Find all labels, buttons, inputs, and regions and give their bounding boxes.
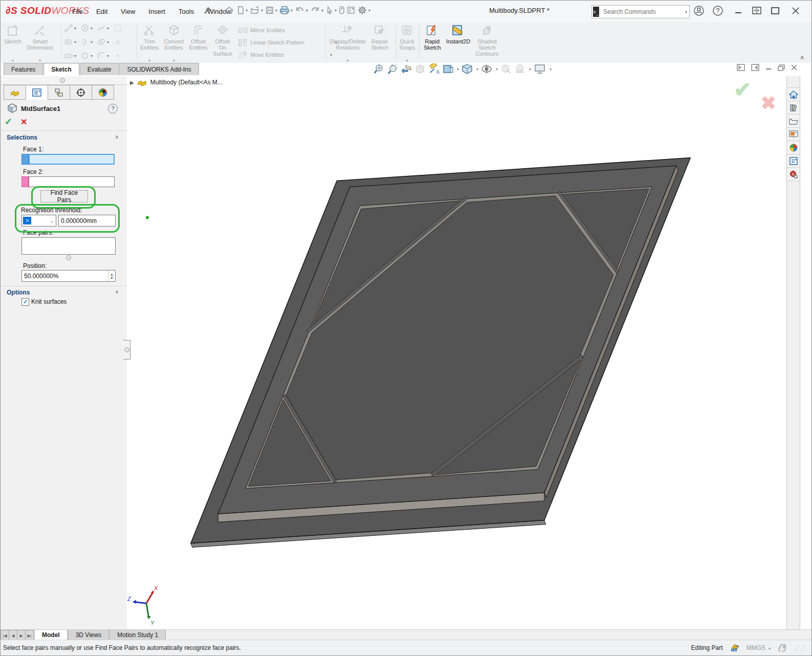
units-caret-icon[interactable]: ▴	[769, 646, 771, 650]
text-tool-icon[interactable]: A	[113, 37, 122, 47]
ok-button[interactable]: ✓	[5, 116, 12, 127]
circle-tool-icon[interactable]	[80, 24, 90, 33]
search-commands-box[interactable]: >_ ▾	[591, 5, 690, 18]
offset-on-surface-button[interactable]: Offset On Surface	[211, 22, 234, 64]
ribbon-collapse-chevron[interactable]: ∧	[800, 54, 804, 61]
doc-close-icon[interactable]	[791, 64, 797, 71]
confirmation-corner-cancel-icon[interactable]: ✖	[761, 93, 776, 114]
view-orientation-cube-icon[interactable]	[462, 63, 473, 75]
fillet-tool-icon[interactable]	[97, 51, 106, 60]
find-face-pairs-button[interactable]: Find Face Pairs	[40, 190, 88, 202]
edit-scene-icon[interactable]	[514, 63, 525, 75]
threshold-value-field[interactable]: ▲▼	[58, 215, 116, 227]
ellipse-tool-icon[interactable]	[97, 37, 106, 47]
selections-group-header[interactable]: Selections	[7, 134, 37, 141]
tab-3d-views[interactable]: 3D Views	[68, 630, 109, 640]
account-button[interactable]	[691, 4, 707, 18]
section-view-icon[interactable]	[442, 63, 453, 75]
confirmation-corner-ok-icon[interactable]: ✔	[734, 77, 752, 102]
move-entities-button[interactable]: Move Entities▾	[238, 49, 337, 60]
options-group-header[interactable]: Options	[7, 289, 30, 296]
tab-motion-study-1[interactable]: Motion Study 1	[109, 630, 166, 640]
pane-right-icon[interactable]	[751, 64, 759, 71]
doc-restore-icon[interactable]	[778, 64, 785, 71]
hide-show-items-icon[interactable]	[500, 63, 512, 75]
repair-sketch-button[interactable]: Repair Sketch	[369, 22, 390, 64]
cancel-button[interactable]: ✕	[20, 117, 27, 127]
face-pairs-listbox[interactable]	[21, 237, 116, 255]
search-options-caret[interactable]: ▾	[685, 10, 687, 14]
instant2d-button[interactable]: Instant2D	[445, 22, 472, 64]
face2-selection-field[interactable]	[21, 176, 115, 187]
menu-view[interactable]: View	[121, 8, 135, 15]
display-delete-relations-button[interactable]: Display/Delete Relations▾	[328, 22, 367, 64]
options-list-icon[interactable]	[346, 5, 356, 15]
resize-grip[interactable]: ⋰⋰	[794, 645, 806, 651]
design-library-icon[interactable]	[787, 101, 800, 115]
tab-displaymanager[interactable]	[92, 85, 114, 100]
solidworks-forum-icon[interactable]: S	[787, 168, 800, 181]
home-tab-icon[interactable]	[787, 88, 800, 101]
panel-splitter-handle[interactable]	[123, 340, 130, 359]
rectangle-tool-icon[interactable]	[64, 37, 73, 47]
sketch-picture-tool-icon[interactable]	[113, 24, 122, 33]
search-icon[interactable]	[684, 8, 684, 16]
pin-menu-icon[interactable]	[203, 7, 211, 15]
rebuild-status-icon[interactable]: !	[730, 644, 739, 652]
units-selector[interactable]: MMGS	[747, 644, 765, 651]
print-button[interactable]: ▾	[279, 5, 293, 16]
panel-top-splitter[interactable]	[1, 76, 127, 85]
span-displays-button[interactable]	[749, 4, 764, 18]
face1-selection-box[interactable]	[29, 154, 115, 165]
flyout-expand-icon[interactable]: ▶	[130, 80, 134, 85]
settings-gear-button[interactable]: ▾	[357, 4, 371, 16]
view-palette-icon[interactable]	[787, 128, 800, 141]
face1-selection-field[interactable]	[21, 154, 115, 165]
menu-insert[interactable]: Insert	[148, 8, 165, 15]
home-button[interactable]	[224, 5, 235, 16]
previous-view-icon[interactable]	[401, 63, 412, 75]
arc-tool-icon[interactable]	[80, 37, 90, 47]
knit-surfaces-checkbox[interactable]: ✓	[21, 298, 29, 306]
tab-sketch[interactable]: Sketch	[43, 63, 79, 75]
tab-propertymanager[interactable]	[26, 85, 48, 100]
sketch-visibility-icon[interactable]: A	[428, 63, 440, 75]
shaded-sketch-contours-button[interactable]: Shaded Sketch Contours	[474, 22, 500, 64]
pane-left-icon[interactable]	[737, 64, 745, 71]
mirror-entities-button[interactable]: Mirror Entities	[238, 25, 337, 36]
menu-file[interactable]: File	[72, 8, 83, 15]
options-collapse-icon[interactable]: ∧	[115, 289, 119, 295]
doc-minimize-icon[interactable]	[765, 64, 772, 71]
menu-tools[interactable]: Tools	[179, 8, 194, 15]
appearances-scenes-icon[interactable]	[787, 141, 800, 154]
zoom-to-area-icon[interactable]	[387, 63, 398, 75]
tab-featuremanager[interactable]	[4, 85, 26, 100]
select-button[interactable]: ▾	[325, 5, 337, 16]
tab-dimxpertmanager[interactable]	[70, 85, 92, 100]
featuremanager-flyout[interactable]: ▶ Multibody (Default<As M...	[130, 78, 223, 86]
sketch-button[interactable]: Sketch▾	[3, 22, 23, 64]
help-icon[interactable]: ?	[108, 104, 118, 114]
selections-collapse-icon[interactable]: ∧	[115, 134, 119, 140]
tab-model[interactable]: Model	[34, 630, 68, 640]
custom-properties-icon[interactable]	[787, 154, 800, 168]
rapid-sketch-button[interactable]: Rapid Sketch	[422, 22, 443, 64]
smart-dimension-button[interactable]: Smart Dimension▾	[25, 22, 55, 64]
listbox-resize-knob[interactable]	[66, 255, 71, 260]
slot-tool-icon[interactable]	[64, 51, 73, 60]
open-document-button[interactable]: ▾	[249, 5, 264, 16]
view-settings-icon[interactable]	[534, 63, 546, 75]
convert-entities-button[interactable]: Convert Entities▾	[163, 22, 186, 64]
tab-solidworks-addins[interactable]: SOLIDWORKS Add-Ins	[119, 63, 199, 75]
tab-evaluate[interactable]: Evaluate	[80, 63, 119, 75]
undo-button[interactable]: ▾	[294, 5, 309, 16]
redo-button[interactable]: ▾	[310, 5, 324, 16]
display-style-icon[interactable]	[481, 63, 492, 75]
linear-sketch-pattern-button[interactable]: Linear Sketch Pattern▾	[238, 37, 337, 48]
face2-selection-box[interactable]	[29, 176, 115, 187]
graphics-viewport[interactable]: ▶ Multibody (Default<As M... ✔ ✖ X Z Y	[127, 76, 787, 631]
position-value-field[interactable]: ▲▼	[21, 270, 116, 282]
point-tool-icon[interactable]	[113, 51, 122, 60]
search-input[interactable]	[602, 8, 684, 16]
tab-features[interactable]: Features	[4, 63, 43, 75]
